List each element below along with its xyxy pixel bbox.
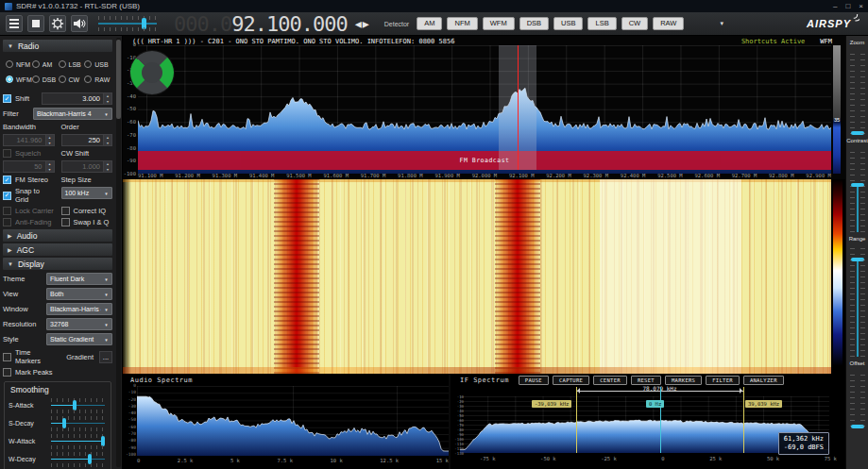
menu-button[interactable]	[6, 15, 23, 32]
volume-thumb[interactable]	[142, 18, 146, 29]
spectrum-panel[interactable]: ((( HRT-HR 1 ))) - C201 - ONO STO PAMTIM…	[123, 36, 845, 179]
detector-mode-button[interactable]: WFM	[483, 17, 515, 30]
sidebar-section-agc[interactable]: ▶ AGC	[3, 243, 112, 256]
slider-label: Zoom	[850, 38, 864, 47]
frequency-tick-label: 10 k	[331, 458, 343, 463]
if-toolbar-button[interactable]: MARKERS	[665, 376, 702, 385]
shift-spinner[interactable]: ▴▾	[103, 93, 111, 104]
mode-radio[interactable]: CW	[59, 75, 85, 83]
detector-mode-button[interactable]: AM	[417, 17, 442, 30]
sidebar-section-display[interactable]: ▼ Display	[3, 258, 112, 270]
mode-radio[interactable]: WFM	[6, 75, 32, 83]
volume-slider[interactable]	[96, 16, 159, 31]
gradient-button[interactable]: ...	[99, 351, 112, 363]
slider-thumb[interactable]	[851, 425, 864, 428]
setting-dropdown[interactable]: Blackman-Harris 4 ▾	[46, 303, 112, 315]
slider-thumb[interactable]	[88, 454, 92, 464]
setting-dropdown[interactable]: Both ▾	[46, 288, 112, 300]
slider-thumb[interactable]	[101, 436, 105, 446]
vertical-slider[interactable]	[850, 145, 865, 234]
mode-radio[interactable]: RAW	[84, 75, 111, 83]
setting-dropdown[interactable]: Fluent Dark ▾	[46, 273, 112, 285]
bandwidth-spinner[interactable]: ▴▾	[45, 135, 54, 145]
if-toolbar-button[interactable]: FILTER	[706, 376, 740, 385]
db-tick-label: -100	[124, 171, 136, 176]
vertical-slider[interactable]	[850, 47, 865, 136]
toolbar-overflow-caret[interactable]: ▾	[720, 20, 723, 27]
anti-fading-checkbox[interactable]	[3, 218, 11, 226]
filter-marker-right[interactable]	[743, 387, 744, 453]
detector-mode-button[interactable]: RAW	[653, 17, 684, 30]
step-size-dropdown[interactable]: 100 kHz ▾	[61, 187, 113, 199]
if-toolbar-button[interactable]: RESET	[631, 376, 661, 385]
sidebar-section-radio[interactable]: ▼ Radio	[3, 40, 112, 52]
tuning-line[interactable]	[518, 45, 519, 170]
detector-mode-button[interactable]: DSB	[519, 17, 549, 30]
frequency-display[interactable]: 000.092.100.000	[174, 12, 348, 36]
if-toolbar-button[interactable]: CENTER	[593, 376, 627, 385]
spectrum-plot[interactable]: FM Broadcast	[138, 45, 831, 174]
slider-thumb[interactable]	[62, 418, 66, 428]
time-markers-checkbox[interactable]	[3, 353, 11, 361]
squelch-checkbox[interactable]	[3, 149, 11, 158]
cw-shift-input[interactable]: 1.000 ▴▾	[61, 160, 113, 173]
step-up-button[interactable]: ▸	[363, 16, 369, 31]
fm-stereo-checkbox[interactable]: ✓	[3, 176, 11, 184]
bandwidth-input[interactable]: 141.960 ▴▾	[3, 134, 55, 146]
squelch-spinner[interactable]: ▴▾	[45, 161, 54, 172]
mode-radio[interactable]: USB	[84, 60, 111, 68]
mode-radio[interactable]: AM	[32, 60, 59, 68]
snap-to-grid-label: Snap to Grid	[15, 187, 55, 204]
slider-thumb[interactable]	[851, 183, 864, 187]
detector-mode-button[interactable]: USB	[553, 17, 583, 30]
slider-thumb[interactable]	[851, 258, 864, 261]
scrollbar-thumb[interactable]	[116, 40, 121, 119]
shift-checkbox[interactable]: ✓	[3, 94, 11, 103]
detector-mode-button[interactable]: NFM	[447, 17, 477, 30]
if-toolbar-button[interactable]: PAUSE	[519, 376, 549, 385]
mute-button[interactable]	[71, 15, 88, 32]
setting-dropdown[interactable]: 32768 ▾	[46, 318, 112, 330]
correct-iq-checkbox[interactable]	[61, 207, 70, 215]
filter-marker-left[interactable]	[576, 387, 577, 453]
center-marker[interactable]	[660, 387, 661, 453]
sidebar-scrollbar[interactable]	[116, 38, 121, 467]
slider-thumb[interactable]	[851, 131, 864, 135]
if-toolbar-button[interactable]: CAPTURE	[553, 376, 589, 385]
lock-carrier-checkbox[interactable]	[3, 207, 11, 215]
waterfall-display[interactable]	[123, 179, 831, 374]
slider-track[interactable]	[49, 434, 107, 449]
mode-radio[interactable]: NFM	[6, 60, 32, 68]
slider-thumb[interactable]	[73, 400, 77, 410]
swap-iq-checkbox[interactable]	[61, 218, 70, 226]
shift-input[interactable]: 3.000 ▴▾	[42, 92, 112, 105]
cw-shift-spinner[interactable]: ▴▾	[103, 161, 111, 172]
step-down-button[interactable]: ◂	[355, 16, 362, 31]
close-button[interactable]: ×	[859, 2, 863, 10]
snap-to-grid-checkbox[interactable]: ✓	[3, 192, 11, 200]
vertical-slider[interactable]	[850, 243, 865, 359]
filter-dropdown[interactable]: Blackman-Harris 4 ▾	[33, 108, 112, 120]
waterfall[interactable]	[123, 179, 845, 374]
setting-dropdown[interactable]: Static Gradient ▾	[46, 333, 112, 345]
vertical-slider[interactable]	[850, 368, 865, 428]
slider-track[interactable]	[49, 452, 107, 467]
mark-peaks-checkbox[interactable]	[3, 368, 11, 377]
order-input[interactable]: 250 ▴▾	[61, 134, 113, 146]
minimize-button[interactable]: –	[833, 2, 837, 10]
squelch-input[interactable]: 50 ▴▾	[3, 160, 55, 173]
slider-track[interactable]	[49, 416, 107, 431]
detector-mode-button[interactable]: CW	[621, 17, 649, 30]
slider-track[interactable]	[49, 398, 107, 413]
settings-button[interactable]	[49, 15, 66, 32]
radio-dot-icon	[6, 60, 13, 68]
order-spinner[interactable]: ▴▾	[103, 135, 111, 145]
stop-button[interactable]	[27, 15, 44, 32]
detector-mode-button[interactable]: LSB	[587, 17, 616, 30]
sidebar-section-audio[interactable]: ▶ Audio	[3, 229, 112, 242]
maximize-button[interactable]: □	[845, 2, 850, 10]
mode-radio[interactable]: LSB	[59, 60, 85, 68]
if-toolbar-button[interactable]: ANALYZER	[743, 376, 784, 385]
frequency-tick-label: 15 k	[436, 458, 449, 463]
mode-radio[interactable]: DSB	[32, 75, 59, 83]
